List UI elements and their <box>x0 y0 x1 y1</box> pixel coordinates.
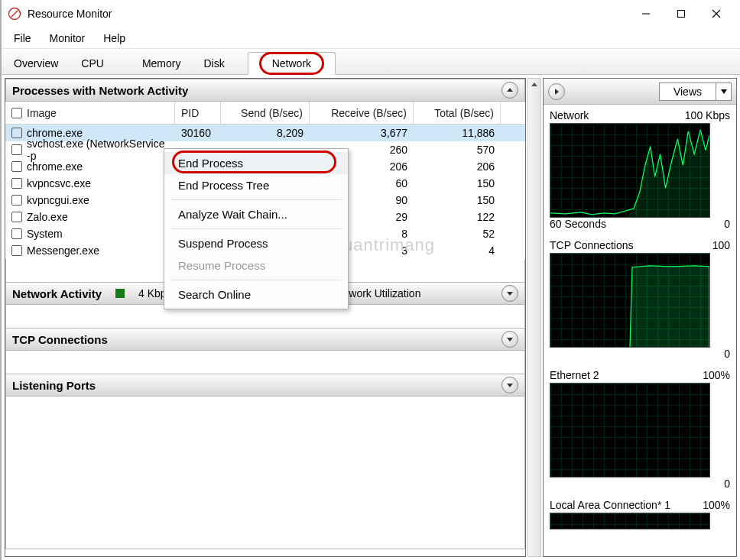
svg-marker-10 <box>531 83 537 86</box>
annotation-highlight: Network <box>259 52 324 75</box>
chart-block: Network100 Kbps60 Seconds0 <box>544 105 736 235</box>
chart-scale: 100% <box>703 499 730 511</box>
checkbox[interactable] <box>11 144 22 155</box>
annotation-highlight <box>172 151 336 173</box>
section-ports-title: Listening Ports <box>12 379 96 392</box>
expand-button[interactable] <box>501 377 518 393</box>
chart-scale: 100 <box>712 239 730 251</box>
cell-image: Messenger.exe <box>27 244 99 257</box>
col-total[interactable]: Total (B/sec) <box>414 102 501 124</box>
svg-marker-9 <box>507 384 513 387</box>
chart-block: TCP Connections1000 <box>544 235 736 364</box>
tab-memory[interactable]: Memory <box>131 53 192 74</box>
chart-canvas <box>550 123 710 218</box>
tabstrip: Overview CPU Memory Disk Network <box>2 49 740 75</box>
checkbox[interactable] <box>11 245 22 256</box>
menu-suspend-process[interactable]: Suspend Process <box>164 232 348 254</box>
section-ports-header[interactable]: Listening Ports <box>5 374 525 397</box>
cell-total: 206 <box>414 160 501 173</box>
expand-button[interactable] <box>501 285 518 302</box>
section-network-activity-title: Network Activity <box>12 287 102 300</box>
tab-overview[interactable]: Overview <box>3 53 69 74</box>
col-receive[interactable]: Receive (B/sec) <box>310 102 414 124</box>
scrollbar-vertical[interactable] <box>527 78 541 557</box>
views-label: Views <box>660 86 716 98</box>
cell-total: 122 <box>414 211 501 223</box>
menu-monitor[interactable]: Monitor <box>41 29 95 47</box>
section-processes-header[interactable]: Processes with Network Activity <box>5 79 525 102</box>
svg-marker-7 <box>507 292 513 296</box>
svg-marker-6 <box>507 88 513 92</box>
checkbox-all[interactable] <box>11 108 22 118</box>
cell-image: kvpncgui.exe <box>27 194 89 206</box>
chart-scale: 100% <box>703 369 730 381</box>
minimize-button[interactable] <box>628 2 664 26</box>
col-image[interactable]: Image <box>27 107 57 119</box>
checkbox[interactable] <box>11 178 22 189</box>
chip-green-icon <box>115 289 125 298</box>
checkbox[interactable] <box>11 212 22 222</box>
col-pid[interactable]: PID <box>175 102 221 124</box>
scroll-up-icon[interactable] <box>528 79 540 91</box>
cell-total: 11,886 <box>414 127 501 139</box>
section-tcp-header[interactable]: TCP Connections <box>5 328 525 351</box>
cell-image: Zalo.exe <box>27 211 68 223</box>
col-send[interactable]: Send (B/sec) <box>221 102 310 124</box>
svg-marker-11 <box>555 89 559 95</box>
checkbox[interactable] <box>11 161 22 172</box>
chart-title: Ethernet 2 <box>550 369 599 381</box>
cell-total: 4 <box>414 244 501 257</box>
tab-network[interactable]: Network <box>248 52 336 75</box>
chart-title: Network <box>550 109 589 121</box>
menubar: File Monitor Help <box>2 28 740 49</box>
section-tcp-title: TCP Connections <box>12 333 108 346</box>
menu-help[interactable]: Help <box>94 29 135 47</box>
checkbox[interactable] <box>11 228 22 239</box>
cell-image: kvpncsvc.exe <box>27 177 91 189</box>
menu-end-process-tree[interactable]: End Process Tree <box>164 174 348 196</box>
separator <box>170 280 342 280</box>
cell-receive: 3,677 <box>310 127 414 139</box>
chart-block: Ethernet 2100%0 <box>544 364 736 494</box>
menu-file[interactable]: File <box>5 29 41 47</box>
chevron-down-icon <box>716 83 731 100</box>
svg-rect-3 <box>678 11 685 18</box>
checkbox[interactable] <box>11 128 22 138</box>
cell-total: 52 <box>414 228 501 240</box>
menu-analyze-wait-chain[interactable]: Analyze Wait Chain... <box>164 203 348 225</box>
collapse-button[interactable] <box>501 82 518 99</box>
chart-scale: 100 Kbps <box>685 109 730 121</box>
chart-block: Local Area Connection* 1100% <box>544 494 736 531</box>
cell-image: chrome.exe <box>27 160 83 173</box>
window-title: Resource Monitor <box>28 8 628 20</box>
context-menu: End Process End Process Tree Analyze Wai… <box>164 148 349 309</box>
separator <box>170 228 342 229</box>
chart-canvas <box>550 253 710 348</box>
menu-resume-process: Resume Process <box>164 254 348 277</box>
chart-canvas <box>550 383 710 477</box>
app-icon <box>8 7 21 21</box>
cell-total: 150 <box>414 177 501 189</box>
tab-cpu[interactable]: CPU <box>70 53 115 74</box>
cell-total: 150 <box>414 194 501 206</box>
chart-canvas <box>550 513 710 529</box>
cell-image: svchost.exe (NetworkService -p <box>27 138 169 162</box>
separator <box>170 199 342 200</box>
cell-image: System <box>27 228 63 240</box>
maximize-button[interactable] <box>664 2 699 26</box>
cell-send: 8,209 <box>221 127 310 139</box>
menu-search-online[interactable]: Search Online <box>164 283 348 306</box>
checkbox[interactable] <box>11 195 22 206</box>
chart-title: TCP Connections <box>550 239 633 251</box>
svg-line-1 <box>11 11 18 18</box>
table-header: Image PID Send (B/sec) Receive (B/sec) T… <box>5 102 525 125</box>
tab-disk[interactable]: Disk <box>193 53 235 74</box>
close-button[interactable] <box>699 2 734 26</box>
collapse-right-button[interactable] <box>548 83 565 100</box>
views-dropdown[interactable]: Views <box>659 83 732 101</box>
chart-foot-right: 0 <box>724 477 730 490</box>
expand-button[interactable] <box>501 331 518 348</box>
chart-title: Local Area Connection* 1 <box>550 499 670 511</box>
titlebar: Resource Monitor <box>2 0 740 28</box>
chart-foot-right: 0 <box>724 218 730 230</box>
